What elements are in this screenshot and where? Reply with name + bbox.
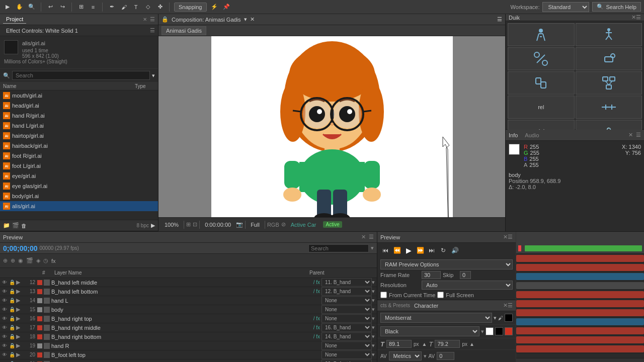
list-item[interactable]: Ai hand R/girl.ai [0,111,158,121]
tab-preview[interactable]: Preview [3,234,23,240]
list-item[interactable]: Ai hairtop/girl.ai [0,131,158,141]
list-item[interactable]: Ai foot L/girl.ai [0,161,158,171]
transparency-icon[interactable]: ⊘ [281,221,286,228]
comp-menu-icon[interactable]: ☰ [497,16,502,23]
new-item-icon[interactable]: 🎬 [12,222,19,229]
redo-icon[interactable]: ↪ [58,3,67,12]
list-item[interactable]: Ai hand L/girl.ai [0,121,158,131]
size-arrow-up[interactable]: ▲ [422,341,427,347]
full-screen-checkbox[interactable] [437,292,444,298]
lock-icon[interactable]: 🔒 [9,280,16,285]
solo-icon[interactable]: ◉ [18,257,23,264]
lock-icon[interactable]: 🔒 [9,334,16,339]
grid-icon[interactable]: ⊞ [76,3,86,12]
align-icon[interactable]: ≡ [89,3,98,12]
pen-tool-icon[interactable]: ✒ [107,3,116,12]
expand-icon[interactable]: ▶ [16,306,23,313]
swatch-red[interactable] [505,327,513,335]
fx-label[interactable]: / fx [313,280,320,285]
fx-label[interactable]: / fx [313,334,320,339]
parent-dropdown-icon[interactable]: ▾ [372,324,375,331]
expand-icon[interactable]: ▶ [16,324,23,331]
draft-icon[interactable]: ◷ [43,257,48,264]
color-settings-icon[interactable]: ▶ [151,222,155,229]
table-row[interactable]: 👁 🔒 ▶ 18 B_hand right bottom / fx 14. B_… [0,332,377,341]
expand-icon[interactable]: ▶ [16,297,23,304]
comp-marker-icon[interactable]: ⊕ [3,257,8,264]
tab-project[interactable]: Project [3,15,26,24]
parent-select[interactable]: 11. B_hand [321,278,372,287]
preview-menu-icon[interactable]: ☰ [369,234,374,240]
preview-close-icon2[interactable]: ✕ [503,234,508,240]
eye-icon[interactable]: 👁 [2,325,9,330]
grid-toggle-icon[interactable]: ⊞ [186,221,191,228]
table-row[interactable]: 👁 🔒 ▶ 16 B_hand right top / fx None ▾ [0,314,377,323]
effect-menu-icon[interactable]: ☰ [150,27,155,34]
table-row[interactable]: 👁 🔒 ▶ 14 hand L None ▾ [0,296,377,305]
list-item[interactable]: Ai alis/girl.ai [0,201,158,211]
lock-icon[interactable]: 🔒 [9,289,16,294]
expand-icon[interactable]: ▶ [16,351,23,358]
eye-icon[interactable]: 👁 [2,352,9,357]
expand-icon[interactable]: ▶ [16,315,23,322]
info-menu-icon[interactable]: ☰ [636,132,641,138]
pin-icon[interactable]: 📌 [222,3,231,12]
char-menu-icon[interactable]: ☰ [508,302,513,309]
parent-dropdown-icon[interactable]: ▾ [372,288,375,295]
step-forward-icon[interactable]: ⏩ [415,245,425,255]
duik-btn-controller[interactable] [576,47,642,70]
preview-close-icon[interactable]: ✕ [361,234,366,240]
timeline-scrollbar[interactable] [516,358,644,362]
lock-icon[interactable]: 🔒 [9,343,16,348]
fx-icon[interactable]: fx [51,258,56,264]
parent-dropdown-icon[interactable]: ▾ [372,342,375,349]
motion-blur-icon[interactable]: ◈ [36,257,40,264]
from-current-checkbox[interactable] [380,292,387,298]
parent-select[interactable]: None [321,296,372,305]
color-dropdown-icon[interactable]: ▾ [481,328,484,335]
play-button[interactable]: ▶ [404,245,414,255]
eye-icon[interactable]: 👁 [2,280,9,285]
lock-icon[interactable]: 🔒 [9,298,16,303]
table-row[interactable]: 👁 🔒 ▶ 21 B_foot left middle 20. B_foot l… [0,359,377,362]
swatch-white[interactable] [486,327,494,335]
parent-select[interactable]: None [321,341,372,350]
select-tool-icon[interactable]: ▶ [3,3,12,12]
fx-label[interactable]: / fx [313,325,320,330]
search-help-bar[interactable]: 🔍 Search Help [592,2,641,12]
parent-select[interactable]: 20. B_foot l [321,359,372,362]
resolution-select[interactable]: Auto [422,281,513,290]
duik-btn-rig[interactable] [576,23,642,46]
table-row[interactable]: 👁 🔒 ▶ 12 B_hand left middle / fx 11. B_h… [0,278,377,287]
parent-dropdown-icon[interactable]: ▾ [372,351,375,358]
duik-btn-links[interactable] [576,96,642,119]
duik-btn-bone[interactable] [508,47,575,70]
project-menu-icon[interactable]: ☰ [150,16,155,23]
metrics-dropdown-icon[interactable]: ▾ [424,353,427,359]
color-select[interactable]: Black [380,326,479,336]
tab-character[interactable]: Character [414,303,438,309]
snapshot-icon[interactable]: 📷 [236,221,243,228]
table-row[interactable]: 👁 🔒 ▶ 20 B_foot left top None ▾ [0,350,377,359]
table-row[interactable]: 👁 🔒 ▶ 15 body None ▾ [0,305,377,314]
parent-dropdown-icon[interactable]: ▾ [372,279,375,286]
text-tool-icon[interactable]: T [131,3,140,12]
font-color-icon[interactable]: 🖌 [498,315,503,321]
parent-dropdown-icon[interactable]: ▾ [372,306,375,313]
hand-tool-icon[interactable]: ✋ [15,3,24,12]
duik-close-icon[interactable]: ✕ [631,14,636,21]
parent-select[interactable]: None [321,305,372,314]
metrics-select[interactable]: Metrics [389,351,422,360]
ram-preview-select[interactable]: RAM Preview Options [380,259,513,269]
size2-arrow-up[interactable]: ▲ [469,341,474,347]
active-cam-label[interactable]: Active Car [288,221,319,229]
duik-btn-autorig[interactable] [508,71,575,95]
magnet-icon[interactable]: ⚡ [210,3,219,12]
parent-dropdown-icon[interactable]: ▾ [372,315,375,322]
char-close-icon[interactable]: ✕ [503,302,508,309]
list-item[interactable]: Ai body/girl.ai [0,191,158,201]
table-row[interactable]: 👁 🔒 ▶ 13 B_hand left bottom / fx 12. B_h… [0,287,377,296]
eye-icon[interactable]: 👁 [2,343,9,348]
list-item[interactable]: Ai mouth/girl.ai [0,90,158,101]
timeline-search-input[interactable] [308,244,369,252]
